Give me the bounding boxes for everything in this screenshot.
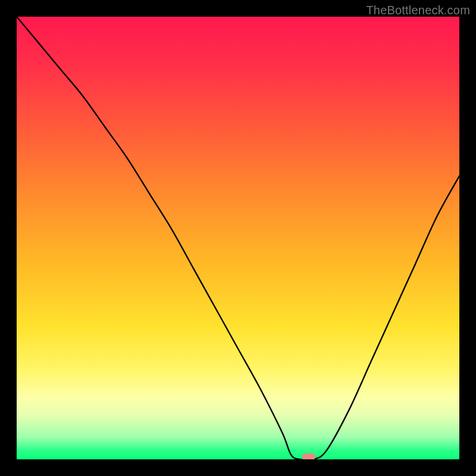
optimum-marker: [302, 453, 315, 459]
chart-frame: TheBottleneck.com: [0, 0, 476, 476]
watermark-text: TheBottleneck.com: [366, 4, 470, 17]
plot-area: [17, 17, 459, 459]
bottleneck-curve: [17, 17, 459, 459]
